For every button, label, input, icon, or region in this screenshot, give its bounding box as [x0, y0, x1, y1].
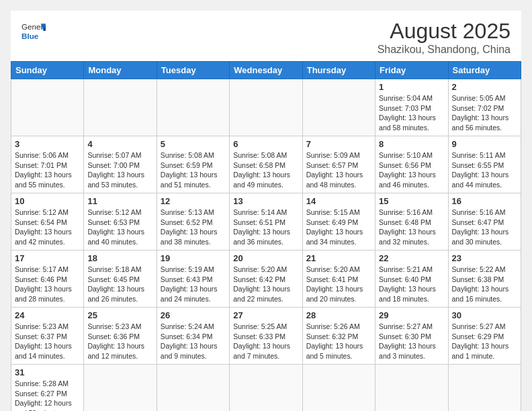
day-number: 14: [306, 196, 371, 206]
day-cell: 8Sunrise: 5:10 AM Sunset: 6:56 PM Daylig…: [375, 136, 448, 193]
day-info: Sunrise: 5:20 AM Sunset: 6:41 PM Dayligh…: [306, 265, 371, 304]
day-number: 10: [15, 196, 80, 206]
day-info: Sunrise: 5:27 AM Sunset: 6:30 PM Dayligh…: [379, 322, 444, 361]
day-cell: 17Sunrise: 5:17 AM Sunset: 6:46 PM Dayli…: [11, 250, 84, 308]
day-info: Sunrise: 5:13 AM Sunset: 6:52 PM Dayligh…: [161, 208, 226, 247]
svg-text:Blue: Blue: [21, 32, 39, 40]
day-number: 4: [87, 139, 152, 149]
week-row-3: 10Sunrise: 5:12 AM Sunset: 6:54 PM Dayli…: [11, 193, 521, 250]
header-thursday: Thursday: [302, 62, 375, 79]
day-info: Sunrise: 5:09 AM Sunset: 6:57 PM Dayligh…: [306, 150, 371, 190]
day-number: 25: [87, 310, 152, 320]
day-number: 23: [452, 253, 517, 263]
day-number: 20: [233, 253, 298, 263]
day-info: Sunrise: 5:23 AM Sunset: 6:36 PM Dayligh…: [87, 322, 152, 361]
day-info: Sunrise: 5:06 AM Sunset: 7:01 PM Dayligh…: [15, 150, 80, 190]
day-cell: 27Sunrise: 5:25 AM Sunset: 6:33 PM Dayli…: [230, 308, 302, 365]
day-cell: [302, 79, 375, 136]
day-info: Sunrise: 5:14 AM Sunset: 6:51 PM Dayligh…: [233, 208, 298, 247]
day-number: 1: [379, 82, 444, 92]
day-cell: [230, 365, 302, 412]
header-sunday: Sunday: [11, 62, 84, 79]
day-cell: 2Sunrise: 5:05 AM Sunset: 7:02 PM Daylig…: [448, 79, 521, 136]
day-cell: 10Sunrise: 5:12 AM Sunset: 6:54 PM Dayli…: [11, 193, 84, 250]
day-number: 6: [233, 139, 298, 149]
day-cell: 9Sunrise: 5:11 AM Sunset: 6:55 PM Daylig…: [448, 136, 521, 193]
day-cell: 18Sunrise: 5:18 AM Sunset: 6:45 PM Dayli…: [84, 250, 157, 308]
day-cell: [157, 79, 229, 136]
day-number: 21: [306, 253, 371, 263]
month-year: August 2025: [378, 19, 511, 44]
day-info: Sunrise: 5:25 AM Sunset: 6:33 PM Dayligh…: [233, 322, 298, 361]
day-cell: 21Sunrise: 5:20 AM Sunset: 6:41 PM Dayli…: [302, 250, 375, 308]
day-cell: 12Sunrise: 5:13 AM Sunset: 6:52 PM Dayli…: [157, 193, 229, 250]
day-info: Sunrise: 5:15 AM Sunset: 6:49 PM Dayligh…: [306, 208, 371, 247]
day-number: 12: [161, 196, 226, 206]
day-info: Sunrise: 5:26 AM Sunset: 6:32 PM Dayligh…: [306, 322, 371, 361]
logo: General Blue: [21, 19, 46, 43]
week-row-4: 17Sunrise: 5:17 AM Sunset: 6:46 PM Dayli…: [11, 250, 521, 308]
week-row-1: 1Sunrise: 5:04 AM Sunset: 7:03 PM Daylig…: [11, 79, 521, 136]
header-saturday: Saturday: [448, 62, 521, 79]
page: General Blue August 2025 Shazikou, Shand…: [11, 11, 521, 411]
day-info: Sunrise: 5:28 AM Sunset: 6:27 PM Dayligh…: [15, 379, 80, 411]
location: Shazikou, Shandong, China: [378, 44, 511, 56]
header: General Blue August 2025 Shazikou, Shand…: [11, 11, 521, 61]
day-cell: 20Sunrise: 5:20 AM Sunset: 6:42 PM Dayli…: [230, 250, 302, 308]
day-number: 3: [15, 139, 80, 149]
day-number: 2: [452, 82, 517, 92]
day-number: 7: [306, 139, 371, 149]
day-info: Sunrise: 5:08 AM Sunset: 6:59 PM Dayligh…: [161, 150, 226, 190]
day-number: 11: [87, 196, 152, 206]
day-cell: 31Sunrise: 5:28 AM Sunset: 6:27 PM Dayli…: [11, 365, 84, 412]
day-info: Sunrise: 5:07 AM Sunset: 7:00 PM Dayligh…: [87, 150, 152, 190]
day-info: Sunrise: 5:16 AM Sunset: 6:48 PM Dayligh…: [379, 208, 444, 247]
day-number: 5: [161, 139, 226, 149]
day-info: Sunrise: 5:05 AM Sunset: 7:02 PM Dayligh…: [452, 93, 517, 133]
day-info: Sunrise: 5:04 AM Sunset: 7:03 PM Dayligh…: [379, 93, 444, 133]
day-number: 17: [15, 253, 80, 263]
day-cell: 13Sunrise: 5:14 AM Sunset: 6:51 PM Dayli…: [230, 193, 302, 250]
week-row-5: 24Sunrise: 5:23 AM Sunset: 6:37 PM Dayli…: [11, 308, 521, 365]
day-cell: [11, 79, 84, 136]
day-cell: 11Sunrise: 5:12 AM Sunset: 6:53 PM Dayli…: [84, 193, 157, 250]
day-cell: 26Sunrise: 5:24 AM Sunset: 6:34 PM Dayli…: [157, 308, 229, 365]
day-number: 24: [15, 310, 80, 320]
day-info: Sunrise: 5:23 AM Sunset: 6:37 PM Dayligh…: [15, 322, 80, 361]
day-info: Sunrise: 5:12 AM Sunset: 6:54 PM Dayligh…: [15, 208, 80, 247]
day-cell: 15Sunrise: 5:16 AM Sunset: 6:48 PM Dayli…: [375, 193, 448, 250]
header-wednesday: Wednesday: [230, 62, 302, 79]
day-cell: 6Sunrise: 5:08 AM Sunset: 6:58 PM Daylig…: [230, 136, 302, 193]
header-tuesday: Tuesday: [157, 62, 229, 79]
day-cell: 22Sunrise: 5:21 AM Sunset: 6:40 PM Dayli…: [375, 250, 448, 308]
day-number: 15: [379, 196, 444, 206]
day-info: Sunrise: 5:11 AM Sunset: 6:55 PM Dayligh…: [452, 150, 517, 190]
day-info: Sunrise: 5:20 AM Sunset: 6:42 PM Dayligh…: [233, 265, 298, 304]
day-number: 27: [233, 310, 298, 320]
day-cell: 30Sunrise: 5:27 AM Sunset: 6:29 PM Dayli…: [448, 308, 521, 365]
day-info: Sunrise: 5:24 AM Sunset: 6:34 PM Dayligh…: [161, 322, 226, 361]
day-cell: [157, 365, 229, 412]
day-cell: 28Sunrise: 5:26 AM Sunset: 6:32 PM Dayli…: [302, 308, 375, 365]
day-cell: 7Sunrise: 5:09 AM Sunset: 6:57 PM Daylig…: [302, 136, 375, 193]
day-cell: [84, 365, 157, 412]
day-info: Sunrise: 5:08 AM Sunset: 6:58 PM Dayligh…: [233, 150, 298, 190]
day-cell: 16Sunrise: 5:16 AM Sunset: 6:47 PM Dayli…: [448, 193, 521, 250]
day-cell: 29Sunrise: 5:27 AM Sunset: 6:30 PM Dayli…: [375, 308, 448, 365]
day-cell: 14Sunrise: 5:15 AM Sunset: 6:49 PM Dayli…: [302, 193, 375, 250]
day-cell: 23Sunrise: 5:22 AM Sunset: 6:38 PM Dayli…: [448, 250, 521, 308]
day-number: 30: [452, 310, 517, 320]
header-monday: Monday: [84, 62, 157, 79]
day-info: Sunrise: 5:17 AM Sunset: 6:46 PM Dayligh…: [15, 265, 80, 304]
day-cell: [375, 365, 448, 412]
day-info: Sunrise: 5:19 AM Sunset: 6:43 PM Dayligh…: [161, 265, 226, 304]
day-number: 9: [452, 139, 517, 149]
day-cell: [230, 79, 302, 136]
day-number: 13: [233, 196, 298, 206]
day-info: Sunrise: 5:21 AM Sunset: 6:40 PM Dayligh…: [379, 265, 444, 304]
day-cell: 3Sunrise: 5:06 AM Sunset: 7:01 PM Daylig…: [11, 136, 84, 193]
day-number: 29: [379, 310, 444, 320]
weekday-header-row: Sunday Monday Tuesday Wednesday Thursday…: [11, 62, 521, 79]
day-info: Sunrise: 5:27 AM Sunset: 6:29 PM Dayligh…: [452, 322, 517, 361]
day-cell: 19Sunrise: 5:19 AM Sunset: 6:43 PM Dayli…: [157, 250, 229, 308]
